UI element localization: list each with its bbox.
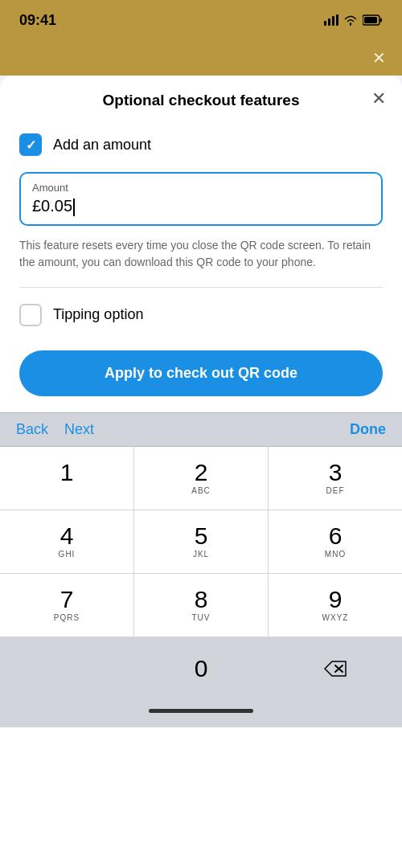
battery-icon [363,14,383,26]
modal-header: Optional checkout features ✕ [0,76,402,117]
amount-input-value: £0.05 [32,197,370,216]
key-4[interactable]: 4 GHI [0,510,133,573]
key-6[interactable]: 6 MNO [269,510,402,573]
apply-button[interactable]: Apply to check out QR code [19,350,383,396]
home-indicator [0,700,402,727]
wifi-icon [343,14,358,26]
svg-rect-5 [364,17,377,23]
top-close-button[interactable]: ✕ [372,48,386,68]
section-divider [19,287,383,288]
key-5[interactable]: 5 JKL [134,510,268,573]
key-2[interactable]: 2 ABC [134,447,268,510]
svg-rect-2 [332,16,334,26]
key-8[interactable]: 8 TUV [134,574,268,637]
toolbar-done-button[interactable]: Done [350,421,386,438]
svg-rect-6 [380,18,382,23]
checkbox-check-icon: ✓ [26,137,36,153]
toolbar-back-button[interactable]: Back [16,421,48,438]
status-bar: 09:41 [0,0,402,40]
tipping-row: Tipping option [19,304,383,326]
key-1[interactable]: 1 [0,447,133,510]
status-time: 09:41 [19,12,56,29]
key-9[interactable]: 9 WXYZ [269,574,402,637]
key-0[interactable]: 0 [134,637,268,700]
key-delete[interactable] [269,637,402,700]
svg-rect-1 [328,18,330,26]
delete-icon [323,660,347,678]
svg-rect-0 [324,21,326,26]
home-bar [149,709,253,713]
number-keyboard: 1 2 ABC 3 DEF 4 GHI 5 JKL 6 MNO 7 PQRS [0,446,402,700]
tipping-checkbox[interactable] [19,304,42,326]
modal-title: Optional checkout features [103,92,300,109]
add-amount-checkbox[interactable]: ✓ [19,133,42,156]
key-3[interactable]: 3 DEF [269,447,402,510]
modal-content: ✓ Add an amount Amount £0.05 This featur… [0,117,402,412]
top-close-area: ✕ [0,40,402,76]
status-icons [324,14,383,26]
toolbar-nav: Back Next [16,421,94,438]
toolbar-next-button[interactable]: Next [64,421,94,438]
key-empty-left [0,637,133,700]
text-cursor [73,199,75,216]
modal-sheet: Optional checkout features ✕ ✓ Add an am… [0,76,402,868]
helper-text: This feature resets every time you close… [19,237,383,271]
svg-rect-3 [336,14,338,26]
add-amount-row: ✓ Add an amount [19,133,383,156]
key-7[interactable]: 7 PQRS [0,574,133,637]
amount-input-group[interactable]: Amount £0.05 [19,172,383,226]
signal-icon [324,14,338,26]
tipping-label: Tipping option [53,306,143,323]
keyboard-toolbar: Back Next Done [0,412,402,446]
modal-close-button[interactable]: ✕ [371,90,386,108]
amount-input-label: Amount [32,182,370,194]
add-amount-label: Add an amount [53,137,151,154]
